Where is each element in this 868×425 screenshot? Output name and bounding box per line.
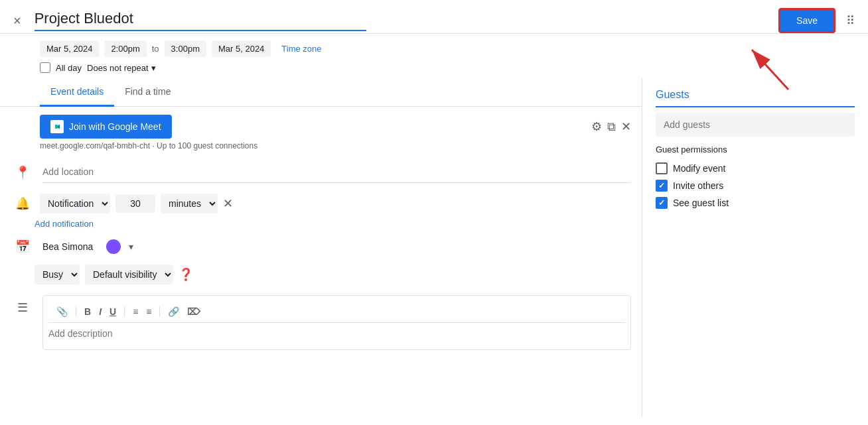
calendar-color-dot <box>106 239 121 254</box>
svg-rect-3 <box>55 125 58 129</box>
description-icon: ☰ <box>17 300 28 315</box>
end-time-button[interactable]: 3:00pm <box>165 40 206 57</box>
left-panel: Event details Find a time Join with Goog… <box>0 78 642 417</box>
description-input[interactable] <box>48 323 625 344</box>
notification-value-input[interactable] <box>115 194 155 213</box>
repeat-dropdown[interactable]: Does not repeat ▾ <box>87 63 156 73</box>
location-icon-col: 📍 <box>11 165 35 180</box>
date-row: Mar 5, 2024 2:00pm to 3:00pm Mar 5, 2024… <box>0 34 868 60</box>
start-date-button[interactable]: Mar 5, 2024 <box>40 40 99 57</box>
calendar-color-dropdown[interactable]: ▾ <box>129 241 133 252</box>
meet-row: Join with Google Meet ⚙ ⧉ ✕ <box>40 115 631 139</box>
remove-format-button[interactable]: ⌦ <box>184 305 203 318</box>
unordered-list-button[interactable]: ≡ <box>143 305 154 318</box>
calendar-icon: 📅 <box>15 239 30 254</box>
timezone-button[interactable]: Time zone <box>276 44 326 54</box>
status-row: Busy Default visibility ❓ <box>0 259 642 290</box>
save-button[interactable]: Save <box>778 8 835 33</box>
calendar-owner-name: Bea Simona <box>42 241 93 252</box>
repeat-chevron-icon: ▾ <box>151 63 156 73</box>
allday-row: All day Does not repeat ▾ <box>0 60 868 78</box>
tab-find-time[interactable]: Find a time <box>114 78 181 107</box>
top-right: Save ⠿ <box>778 8 857 33</box>
notification-type-select[interactable]: Notification <box>40 194 110 213</box>
add-guests-input[interactable] <box>656 113 855 137</box>
help-icon[interactable]: ❓ <box>179 267 193 282</box>
top-left: × <box>11 10 778 31</box>
modify-event-row: Modify event <box>656 160 855 177</box>
end-date-button[interactable]: Mar 5, 2024 <box>212 40 271 57</box>
toolbar-sep-2 <box>124 306 125 317</box>
invite-others-row: Invite others <box>656 177 855 194</box>
start-time-button[interactable]: 2:00pm <box>104 40 146 57</box>
location-row: 📍 <box>0 156 642 188</box>
invite-others-checkbox[interactable] <box>656 180 668 192</box>
top-bar: × Save ⠿ <box>0 0 868 34</box>
notification-unit-select[interactable]: minutes <box>161 194 218 213</box>
notification-remove-button[interactable]: ✕ <box>223 196 233 211</box>
add-notification-button[interactable]: Add notification <box>0 216 94 234</box>
tabs: Event details Find a time <box>0 78 642 107</box>
main-area: Event details Find a time Join with Goog… <box>0 78 868 417</box>
meet-controls: ⚙ ⧉ ✕ <box>591 119 631 134</box>
description-row: ☰ 📎 B I U ≡ ≡ 🔗 ⌦ <box>0 290 642 355</box>
see-guest-list-label: See guest list <box>673 198 729 208</box>
underline-button[interactable]: U <box>107 305 119 318</box>
modify-event-label: Modify event <box>673 163 725 174</box>
see-guest-list-row: See guest list <box>656 194 855 212</box>
join-meet-button[interactable]: Join with Google Meet <box>40 115 172 139</box>
toolbar-sep-1 <box>76 306 76 317</box>
apps-icon[interactable]: ⠿ <box>843 11 857 30</box>
location-icon: 📍 <box>15 165 30 180</box>
bell-icon-col: 🔔 <box>11 196 35 211</box>
meet-link: meet.google.com/qaf-bmbh-cht · Up to 100… <box>40 141 631 151</box>
location-input[interactable] <box>42 161 631 183</box>
allday-label: All day <box>56 63 82 73</box>
meet-section: Join with Google Meet ⚙ ⧉ ✕ meet.google.… <box>0 107 642 156</box>
link-button[interactable]: 🔗 <box>165 305 182 318</box>
google-meet-icon <box>50 120 64 133</box>
editor-toolbar: 📎 B I U ≡ ≡ 🔗 ⌦ <box>48 301 625 323</box>
modify-event-checkbox[interactable] <box>656 162 668 174</box>
meet-copy-button[interactable]: ⧉ <box>607 120 616 134</box>
to-label: to <box>152 44 159 54</box>
meet-left: Join with Google Meet ⚙ ⧉ ✕ meet.google.… <box>40 115 631 151</box>
calendar-icon-col: 📅 <box>11 239 35 254</box>
italic-button[interactable]: I <box>96 305 104 318</box>
tab-event-details[interactable]: Event details <box>40 78 114 107</box>
see-guest-list-checkbox[interactable] <box>656 197 668 209</box>
bold-button[interactable]: B <box>82 305 94 318</box>
guests-title: Guests <box>656 89 855 107</box>
permissions-title: Guest permissions <box>656 145 855 154</box>
visibility-select[interactable]: Default visibility <box>85 265 173 284</box>
event-title-input[interactable] <box>35 10 366 31</box>
attach-button[interactable]: 📎 <box>54 305 70 318</box>
invite-others-label: Invite others <box>673 180 723 191</box>
right-panel: Guests Guest permissions Modify event In… <box>642 78 868 417</box>
bell-icon: 🔔 <box>15 196 30 211</box>
meet-close-button[interactable]: ✕ <box>621 119 631 134</box>
description-icon-col: ☰ <box>11 295 35 315</box>
close-button[interactable]: × <box>11 11 24 31</box>
notification-row: 🔔 Notification minutes ✕ <box>0 188 642 216</box>
ordered-list-button[interactable]: ≡ <box>130 305 141 318</box>
repeat-label: Does not repeat <box>87 63 149 73</box>
description-editor: 📎 B I U ≡ ≡ 🔗 ⌦ <box>42 295 631 350</box>
allday-checkbox[interactable] <box>40 62 50 73</box>
status-select[interactable]: Busy <box>35 265 80 284</box>
meet-settings-button[interactable]: ⚙ <box>591 119 602 134</box>
toolbar-sep-3 <box>159 306 160 317</box>
calendar-row: 📅 Bea Simona ▾ <box>0 234 642 259</box>
